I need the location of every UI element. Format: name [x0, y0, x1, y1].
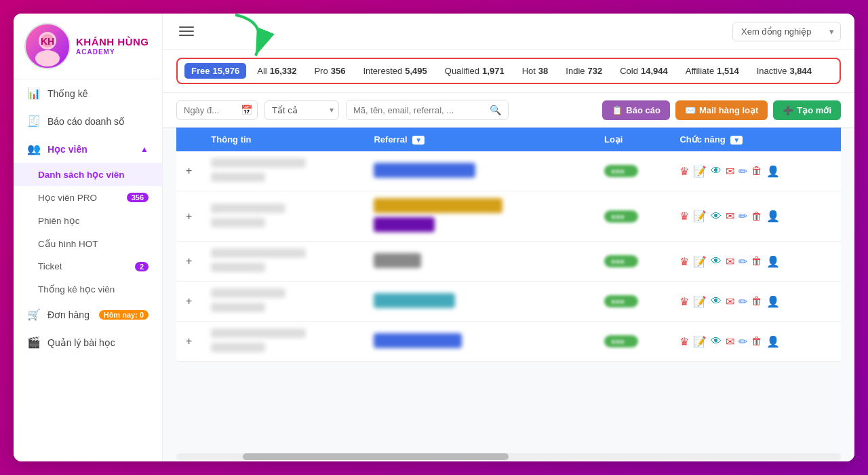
mail-icon-2[interactable]: ✉: [726, 210, 734, 223]
mail-icon-5[interactable]: ✉: [726, 335, 734, 348]
nav-sub-ticket[interactable]: Ticket 2: [14, 255, 162, 278]
nav-item-donhang[interactable]: 🛒 Đơn hàng Hôm nay: 0: [14, 301, 162, 328]
search-button[interactable]: 🔍: [483, 100, 508, 119]
svg-text:KH: KH: [41, 36, 54, 47]
nav-item-baocao[interactable]: 🧾 Báo cáo doanh số: [14, 107, 162, 135]
crown-icon-5[interactable]: ♛: [679, 335, 689, 348]
view-icon-2[interactable]: 👁: [711, 210, 722, 223]
filter-tab-inactive-label: Inactive: [757, 66, 787, 76]
nav-item-quanly[interactable]: 🎬 Quản lý bài học: [14, 328, 162, 356]
referral-filter-icon[interactable]: ▼: [412, 136, 425, 145]
view-icon-3[interactable]: 👁: [711, 255, 722, 267]
plus-icon: ➕: [783, 105, 793, 115]
crown-icon-4[interactable]: ♛: [679, 295, 689, 308]
row-expand-5[interactable]: +: [176, 322, 201, 362]
create-button[interactable]: ➕ Tạo mới: [773, 100, 841, 120]
logo-text: KHÁNH HÙNG ACADEMY: [76, 37, 149, 56]
nav-item-thongke[interactable]: 📊 Thống kê: [14, 79, 162, 107]
all-select-wrapper: Tất cả: [264, 100, 339, 120]
row-thongtin-4: [201, 282, 364, 322]
col-thongtin: Thông tin: [201, 128, 364, 151]
mail-icon-4[interactable]: ✉: [726, 295, 734, 308]
pencil-icon-2[interactable]: ✏: [738, 210, 747, 223]
table-row: + ●●●: [176, 191, 841, 242]
mail-icon: ✉️: [685, 105, 696, 115]
all-select[interactable]: Tất cả: [264, 100, 339, 120]
row-referral-5: [364, 322, 576, 362]
colleague-select[interactable]: Xem đồng nghiệp: [732, 22, 841, 41]
date-input-wrapper: 📅: [176, 100, 258, 120]
logo-sub-text: ACADEMY: [76, 48, 149, 56]
crown-icon-3[interactable]: ♛: [679, 255, 689, 268]
filter-tab-inactive[interactable]: Inactive 3,844: [750, 63, 818, 79]
nav-sub-thongke[interactable]: Thống kê học viên: [14, 278, 162, 301]
mail-button[interactable]: ✉️ Mail hàng loạt: [675, 100, 768, 120]
edit2-icon-2[interactable]: 📝: [693, 210, 707, 223]
pencil-icon-3[interactable]: ✏: [738, 255, 747, 268]
filter-tabs-wrapper: Free 15,976 All 16,332 Pro 356 Intereste…: [176, 58, 841, 84]
filter-tab-qualified[interactable]: Qualified 1,971: [438, 63, 511, 79]
lessons-icon: 🎬: [27, 336, 41, 349]
mail-icon-1[interactable]: ✉: [726, 165, 734, 178]
report-button[interactable]: 📋 Báo cáo: [602, 100, 670, 120]
users-icon-4[interactable]: 👤: [766, 295, 780, 308]
users-icon-2[interactable]: 👤: [766, 210, 780, 223]
horizontal-scrollbar-thumb[interactable]: [243, 453, 509, 460]
nav-item-hocvien[interactable]: 👥 Học viên ▲: [14, 135, 162, 163]
edit2-icon-1[interactable]: 📝: [693, 165, 707, 178]
col-spacer: [576, 128, 595, 151]
svg-point-1: [35, 50, 60, 66]
chucnang-filter-icon[interactable]: ▼: [730, 136, 743, 145]
row-expand-3[interactable]: +: [176, 242, 201, 282]
horizontal-scrollbar[interactable]: [176, 453, 841, 460]
filter-tab-interested[interactable]: Interested 5,495: [356, 63, 433, 79]
table-container: Thông tin Referral ▼ Loại Chức năng ▼: [163, 128, 854, 452]
mail-icon-3[interactable]: ✉: [726, 255, 734, 268]
edit2-icon-3[interactable]: 📝: [693, 255, 707, 268]
trash-icon-5[interactable]: 🗑: [751, 335, 762, 347]
filter-tab-pro[interactable]: Pro 356: [307, 63, 352, 79]
row-referral-3: [364, 242, 576, 282]
edit2-icon-4[interactable]: 📝: [693, 295, 707, 308]
crown-icon-2[interactable]: ♛: [679, 210, 689, 223]
logo-area: KH KHÁNH HÙNG ACADEMY: [14, 14, 162, 79]
row-chucnang-1: ♛ 📝 👁 ✉ ✏ 🗑 👤: [670, 151, 841, 191]
row-referral-2: [364, 191, 576, 242]
nav-sub-phienhoc[interactable]: Phiên học: [14, 209, 162, 232]
view-icon-1[interactable]: 👁: [711, 165, 722, 177]
chart-icon: 📊: [27, 87, 41, 100]
filter-tab-indie[interactable]: Indie 732: [559, 63, 609, 79]
row-expand-4[interactable]: +: [176, 282, 201, 322]
nav-sub-danhsach[interactable]: Danh sách học viên: [14, 163, 162, 186]
pencil-icon-5[interactable]: ✏: [738, 335, 747, 348]
pencil-icon-4[interactable]: ✏: [738, 295, 747, 308]
crown-icon-1[interactable]: ♛: [679, 165, 689, 178]
users-icon-1[interactable]: 👤: [766, 165, 780, 178]
view-icon-5[interactable]: 👁: [711, 335, 722, 347]
trash-icon-4[interactable]: 🗑: [751, 295, 762, 307]
users-icon-5[interactable]: 👤: [766, 335, 780, 348]
search-input[interactable]: [347, 101, 483, 119]
hamburger-button[interactable]: [176, 20, 198, 42]
filter-tab-qualified-count: 1,971: [482, 66, 505, 76]
nav-sub-label-thongke: Thống kê học viên: [38, 284, 115, 294]
table-row: + ●●●: [176, 282, 841, 322]
nav-sub-cauhinhhot[interactable]: Cấu hình HOT: [14, 232, 162, 255]
nav-label-baocao: Báo cáo doanh số: [47, 116, 125, 127]
users-icon-3[interactable]: 👤: [766, 255, 780, 268]
filter-tab-hot[interactable]: Hot 38: [515, 63, 555, 79]
pencil-icon-1[interactable]: ✏: [738, 165, 747, 178]
trash-icon-1[interactable]: 🗑: [751, 165, 762, 177]
row-expand-1[interactable]: +: [176, 151, 201, 191]
nav-sub-pro[interactable]: Học viên PRO 356: [14, 186, 162, 209]
nav-sub-label-phienhoc: Phiên học: [38, 215, 80, 226]
row-expand-2[interactable]: +: [176, 191, 201, 242]
trash-icon-3[interactable]: 🗑: [751, 255, 762, 267]
trash-icon-2[interactable]: 🗑: [751, 210, 762, 223]
row-loai-4: ●●●: [595, 282, 670, 322]
filter-tab-affiliate[interactable]: Affiliate 1,514: [679, 63, 746, 79]
edit2-icon-5[interactable]: 📝: [693, 335, 707, 348]
filter-tab-cold[interactable]: Cold 14,944: [613, 63, 675, 79]
view-icon-4[interactable]: 👁: [711, 295, 722, 307]
date-input[interactable]: [176, 100, 258, 120]
